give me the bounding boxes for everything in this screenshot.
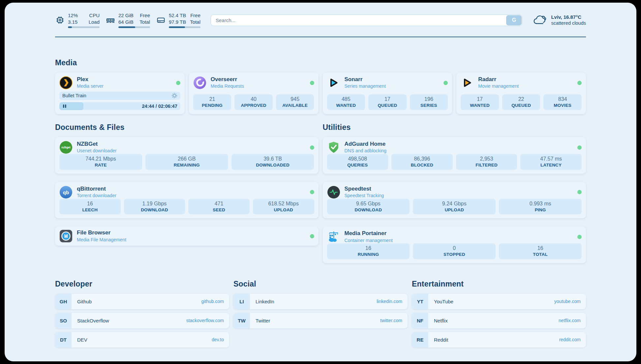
service-card-plex[interactable]: Plex Media server Bullet Train [55, 73, 185, 114]
bookmark-group-developer: Developer GH Github github.com SO StackO… [55, 280, 229, 351]
search-engine-button[interactable]: G [506, 15, 522, 25]
bookmark-abbr: RE [412, 332, 428, 348]
status-dot [443, 81, 448, 85]
service-card-adguard[interactable]: AdGuard Home DNS and adblocking 498,508 … [323, 137, 586, 174]
stat-label: DOWNLOAD [329, 207, 408, 213]
service-card-nzbget[interactable]: nzbget NZBGet Usenet downloader 744.21 M… [55, 137, 319, 174]
stat-label: RATE [61, 162, 140, 168]
bookmark-twitter[interactable]: TW Twitter twitter.com [233, 313, 408, 328]
now-playing-row: Bullet Train [59, 92, 180, 100]
status-dot [310, 190, 314, 194]
cpu-icon [55, 15, 65, 25]
stat-approved: 40 APPROVED [234, 94, 273, 110]
stat-blocked: 86,396 BLOCKED [391, 154, 453, 170]
stat-value: 9.65 Gbps [329, 200, 408, 207]
pause-icon [62, 104, 67, 108]
service-card-qbittorrent[interactable]: qb qBittorrent Torrent downloader 16 LEE… [55, 182, 319, 219]
stat-label: DOWNLOAD [126, 207, 183, 213]
bookmark-url: github.com [201, 299, 224, 304]
service-name: Media Portainer [345, 230, 393, 237]
memory-widget: 22 GiB Free 64 GiB Total [106, 12, 150, 28]
service-card-portainer[interactable]: Media Portainer Container management 16 … [323, 227, 586, 263]
status-dot [310, 234, 314, 238]
weather-condition: scattered clouds [551, 20, 586, 26]
bookmark-github[interactable]: GH Github github.com [55, 294, 229, 309]
portainer-icon [327, 230, 340, 243]
bookmark-abbr: TW [233, 313, 250, 328]
bookmark-url: stackoverflow.com [186, 318, 224, 323]
service-card-filebrowser[interactable]: File Browser Media File Management [55, 227, 319, 246]
gear-icon[interactable] [171, 93, 177, 99]
stat-value: 47.57 ms [522, 156, 580, 162]
memory-total-value: 64 GiB [118, 19, 134, 25]
service-subtitle: Media File Management [77, 237, 126, 243]
stat-series: 196 SERIES [410, 94, 448, 110]
stat-value: 16 [61, 200, 119, 207]
search-input[interactable] [211, 15, 522, 26]
bookmark-abbr: SO [55, 313, 72, 328]
stat-label: WANTED [329, 103, 363, 108]
service-subtitle: Usenet downloader [77, 148, 117, 154]
bookmark-stackoverflow[interactable]: SO StackOverflow stackoverflow.com [55, 313, 229, 328]
stat-download: 9.65 Gbps DOWNLOAD [327, 199, 410, 215]
bookmark-url: dev.to [212, 337, 224, 342]
top-bar: 12% CPU 3.15 Load [55, 11, 586, 30]
bookmark-reddit[interactable]: RE Reddit reddit.com [412, 332, 586, 348]
cpu-usage: 12% [68, 12, 78, 19]
bookmark-abbr: DT [55, 332, 72, 348]
bookmark-url: twitter.com [380, 318, 402, 323]
stat-value: 196 [412, 96, 446, 103]
section-title-documents: Documents & Files [55, 123, 319, 132]
stat-label: REMAINING [147, 162, 226, 168]
service-name: Overseerr [211, 76, 244, 83]
stat-label: DOWNLOADED [233, 162, 312, 168]
service-card-overseerr[interactable]: Overseerr Media Requests 21 PENDING 40 A… [189, 73, 319, 114]
qbittorrent-icon: qb [59, 186, 73, 199]
stat-value: 2,953 [458, 156, 515, 162]
service-name: qBittorrent [77, 186, 116, 192]
disk-icon [156, 15, 166, 25]
bookmark-netflix[interactable]: NF Netflix netflix.com [412, 313, 586, 328]
svg-text:nzbget: nzbget [61, 146, 71, 149]
disk-total-value: 97.9 TB [169, 19, 186, 25]
disk-free-label: Free [190, 12, 200, 19]
memory-total-label: Total [139, 19, 150, 25]
stat-running: 16 RUNNING [327, 243, 410, 259]
section-title-developer: Developer [55, 280, 229, 288]
disk-free-value: 52.4 TB [169, 12, 186, 19]
bookmark-abbr: GH [55, 294, 72, 309]
service-card-radarr[interactable]: Radarr Movie management 17 WANTED 22 QUE… [456, 73, 586, 114]
cpu-load-label: Load [89, 19, 100, 25]
stat-value: 485 [329, 96, 363, 103]
service-subtitle: Torrent downloader [77, 193, 116, 199]
stat-label: PING [501, 207, 580, 213]
stat-value: 1.19 Gbps [126, 200, 183, 207]
bookmark-linkedin[interactable]: LI LinkedIn linkedin.com [233, 294, 408, 309]
stat-label: MOVIES [545, 103, 580, 108]
cloud-icon [533, 14, 547, 26]
overseerr-icon [193, 76, 206, 89]
stat-label: BLOCKED [393, 162, 451, 168]
section-title-utilities: Utilities [323, 123, 586, 132]
service-card-speedtest[interactable]: Speedtest Speedtest Tracking 9.65 Gbps D… [323, 182, 586, 219]
bookmark-url: reddit.com [559, 337, 581, 342]
stat-value: 0.993 ms [501, 200, 580, 207]
stat-stopped: 0 STOPPED [413, 243, 496, 259]
bookmark-name: Reddit [434, 337, 448, 343]
bookmark-youtube[interactable]: YT YouTube youtube.com [412, 294, 586, 309]
bookmark-dev[interactable]: DT DEV dev.to [55, 332, 229, 348]
stat-upload: 9.24 Gbps UPLOAD [413, 199, 496, 215]
disk-widget: 52.4 TB Free 97.9 TB Total [156, 12, 200, 28]
service-card-sonarr[interactable]: Sonarr Series management 485 WANTED 17 Q… [323, 73, 452, 114]
stat-label: UPLOAD [255, 207, 312, 213]
stat-wanted: 485 WANTED [327, 94, 365, 110]
stat-value: 17 [370, 96, 405, 103]
dashboard: 12% CPU 3.15 Load [5, 3, 636, 361]
section-utilities: Utilities AdGuard Home DNS and adblockin… [323, 123, 586, 263]
service-subtitle: Media Requests [211, 83, 244, 89]
memory-free-label: Free [140, 12, 150, 19]
stat-value: 945 [278, 96, 312, 103]
bookmark-abbr: NF [412, 313, 428, 328]
stat-value: 834 [545, 96, 580, 103]
stat-label: QUERIES [329, 162, 386, 168]
